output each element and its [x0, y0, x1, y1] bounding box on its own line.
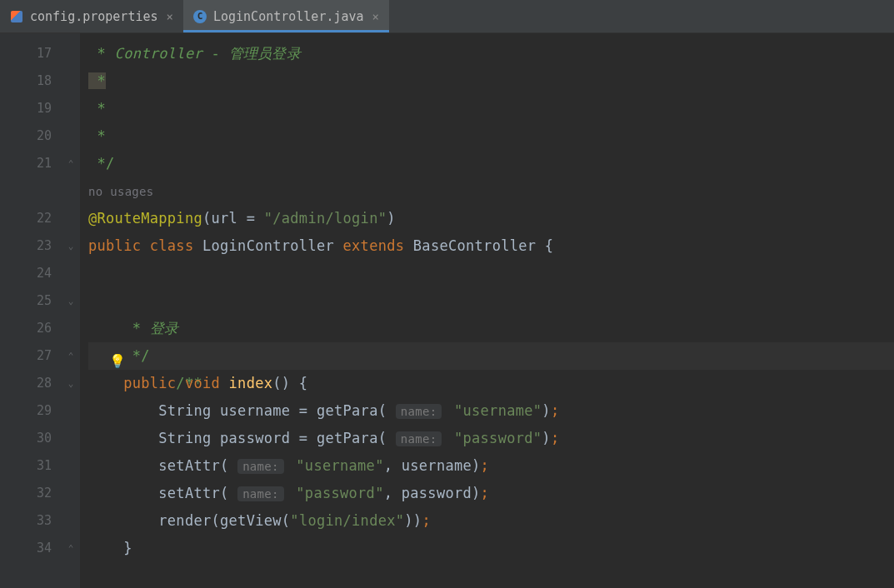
code-text: (: [378, 430, 387, 446]
line-number[interactable]: 20: [15, 122, 62, 150]
line-number[interactable]: 28: [15, 370, 62, 397]
code-text: "username": [296, 457, 383, 474]
code-text: index: [229, 375, 273, 391]
line-number[interactable]: 18: [15, 67, 62, 95]
fold-start-icon[interactable]: ⌄: [62, 287, 80, 315]
code-text: setAttr: [158, 457, 220, 474]
tab-login-controller[interactable]: C LoginController.java ×: [183, 0, 389, 32]
code-text: setAttr: [158, 485, 220, 501]
code-text: */: [88, 155, 115, 172]
tab-label: LoginController.java: [213, 9, 364, 24]
code-text: ;: [422, 512, 431, 529]
fold-start-icon[interactable]: ⌄: [62, 370, 80, 397]
gutter[interactable]: 17 18 19 20 21 22 23 24 25 26 27 28 29 3…: [15, 33, 62, 588]
code-text: String username =: [158, 402, 317, 419]
line-number[interactable]: 25: [15, 287, 62, 315]
code-text: }: [123, 540, 132, 556]
line-number[interactable]: 26: [15, 315, 62, 342]
code-text: public: [123, 375, 185, 391]
tab-label: config.properties: [30, 9, 158, 24]
code-text: ;: [551, 430, 560, 446]
code-text: BaseController {: [413, 237, 554, 254]
code-text: )): [404, 512, 422, 529]
code-text: ): [542, 402, 551, 419]
fold-end-icon[interactable]: ⌃: [62, 150, 80, 177]
code-text: LoginController: [202, 237, 343, 254]
code-text: class: [150, 237, 202, 254]
code-text: =: [247, 210, 264, 227]
line-number[interactable]: 30: [15, 425, 62, 452]
fold-end-icon[interactable]: ⌃: [62, 535, 80, 562]
close-icon[interactable]: ×: [167, 10, 173, 23]
code-text: , username): [384, 457, 481, 474]
line-number[interactable]: 17: [15, 40, 62, 67]
line-number[interactable]: 19: [15, 95, 62, 122]
line-number[interactable]: 33: [15, 507, 62, 535]
line-number[interactable]: 29: [15, 397, 62, 425]
line-number[interactable]: 32: [15, 480, 62, 507]
code-text: (: [220, 485, 229, 501]
code-text: "password": [296, 485, 383, 501]
line-number[interactable]: 34: [15, 535, 62, 562]
line-number[interactable]: 24: [15, 260, 62, 287]
code-text: getView: [220, 512, 282, 529]
code-text: ): [542, 430, 551, 446]
line-number[interactable]: 21: [15, 150, 62, 177]
code-text: "/admin/login": [264, 210, 387, 227]
code-text: */: [123, 347, 150, 364]
code-text: () {: [272, 375, 307, 391]
fold-start-icon[interactable]: ⌄: [62, 232, 80, 260]
code-text: (: [202, 210, 212, 227]
param-hint: name:: [396, 431, 442, 446]
code-content[interactable]: * Controller - 管理员登录 * * * */ no usages …: [80, 33, 894, 588]
code-text: getPara: [317, 430, 378, 446]
code-text: ): [387, 210, 396, 227]
marker-bar: [0, 33, 15, 588]
line-number[interactable]: 27: [15, 342, 62, 370]
code-text: *: [123, 320, 150, 336]
code-text: ;: [551, 402, 560, 419]
param-hint: name:: [396, 404, 442, 419]
code-text: url: [212, 210, 247, 227]
line-number[interactable]: 23: [15, 232, 62, 260]
code-text: *: [88, 72, 106, 89]
java-class-icon: C: [193, 10, 207, 23]
code-text: (: [212, 512, 221, 529]
fold-end-icon[interactable]: ⌃: [62, 342, 80, 370]
line-number[interactable]: 31: [15, 452, 62, 480]
code-text: String password =: [158, 430, 317, 446]
param-hint: name:: [237, 459, 284, 474]
code-text: render: [158, 512, 211, 529]
code-text: *: [88, 45, 115, 62]
properties-file-icon: [10, 10, 23, 23]
code-text: *: [88, 127, 106, 144]
line-number[interactable]: 22: [15, 205, 62, 232]
code-text: (: [378, 402, 387, 419]
code-text: public: [88, 237, 150, 254]
tab-config-properties[interactable]: config.properties ×: [0, 0, 183, 32]
usages-hint[interactable]: no usages: [88, 185, 154, 198]
code-text: (: [220, 457, 229, 474]
code-text: "password": [454, 430, 542, 446]
line-number-blank: [15, 177, 62, 205]
code-text: extends: [343, 237, 413, 254]
code-editor[interactable]: 17 18 19 20 21 22 23 24 25 26 27 28 29 3…: [0, 33, 894, 588]
close-icon[interactable]: ×: [372, 10, 379, 23]
code-text: 登录: [150, 320, 179, 336]
code-text: "login/index": [290, 512, 404, 529]
code-text: 管理员登录: [229, 45, 302, 62]
code-text: @RouteMapping: [88, 210, 202, 227]
param-hint: name:: [237, 486, 284, 501]
code-text: getPara: [317, 402, 378, 419]
code-text: (: [282, 512, 291, 529]
code-text: void: [185, 375, 229, 391]
code-text: "username": [454, 402, 542, 419]
fold-column[interactable]: ⌃ ⌄ ⌄ ⌃ ⌄ ⌃: [62, 33, 80, 588]
code-text: ;: [481, 485, 490, 501]
code-text: Controller: [115, 45, 202, 62]
code-text: -: [202, 45, 229, 62]
code-text: , password): [384, 485, 481, 501]
code-text: *: [88, 100, 106, 117]
tab-bar: config.properties × C LoginController.ja…: [0, 0, 894, 33]
code-text: ;: [481, 457, 490, 474]
